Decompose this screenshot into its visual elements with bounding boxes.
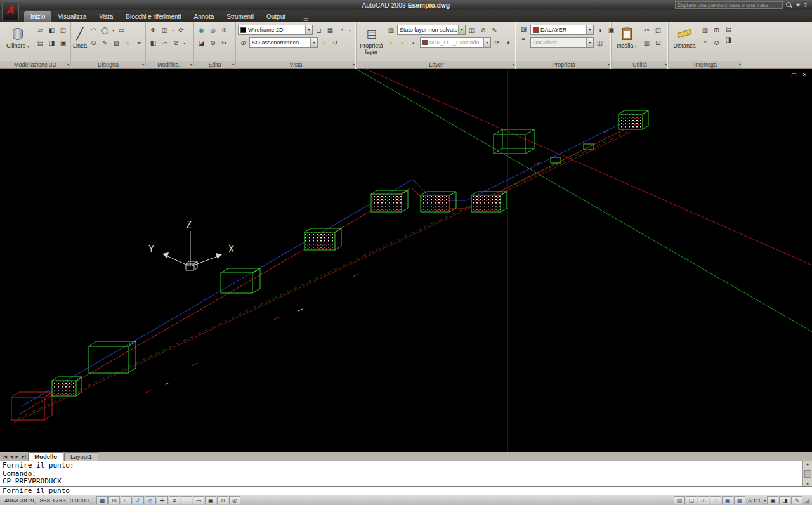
zoom-icon[interactable]: ⊕ bbox=[238, 38, 249, 48]
distanza-button[interactable]: Distanza bbox=[671, 24, 698, 60]
help-search-input[interactable] bbox=[675, 1, 783, 9]
circle-icon[interactable]: ◯ bbox=[100, 25, 110, 35]
cut-icon[interactable]: ✂ bbox=[641, 25, 652, 35]
dyn-toggle[interactable]: — bbox=[181, 496, 192, 504]
paste-special-icon[interactable]: ▥ bbox=[641, 38, 652, 48]
tab-strumenti[interactable]: Strumenti bbox=[220, 11, 260, 22]
named-views-icon[interactable]: ▦ bbox=[325, 25, 336, 35]
linea-button[interactable]: ╱ Linea bbox=[73, 24, 87, 60]
annotation-scale-label[interactable]: A 1:1 bbox=[746, 497, 763, 504]
panel-label-proprieta[interactable]: Proprietà▾ bbox=[516, 61, 611, 69]
copy-clip-icon[interactable]: ◫ bbox=[653, 25, 664, 35]
chevron-down-icon[interactable]: ▾ bbox=[763, 498, 767, 502]
region-props-icon[interactable]: ◨ bbox=[723, 35, 734, 44]
erase-icon[interactable]: ⊘ bbox=[171, 38, 181, 48]
point-icon[interactable]: ⊙ bbox=[88, 38, 99, 48]
mirror-icon[interactable]: ◧ bbox=[148, 38, 159, 48]
next-tab-button[interactable]: ▶ bbox=[15, 452, 20, 461]
panel-label-modifica[interactable]: Modifica..▾ bbox=[146, 61, 193, 69]
linetype-icon[interactable]: ◫ bbox=[594, 38, 605, 48]
chevron-down-icon[interactable]: ▾ bbox=[348, 28, 352, 32]
match-properties-icon[interactable]: ▨ bbox=[518, 24, 529, 34]
calculator-icon[interactable]: ⊞ bbox=[653, 38, 664, 48]
viewport-icon[interactable]: ◻ bbox=[313, 25, 324, 35]
mass-properties-icon[interactable]: ▤ bbox=[723, 24, 734, 34]
command-prompt[interactable]: Fornire il punto bbox=[0, 487, 812, 495]
osnap-toggle[interactable]: ◇ bbox=[145, 496, 156, 504]
chevron-down-icon[interactable]: ▾ bbox=[171, 28, 175, 32]
tab-annota[interactable]: Annota bbox=[188, 11, 221, 22]
layer-properties-button[interactable]: ▤ Proprietà layer bbox=[358, 24, 384, 60]
layout-button[interactable]: ◱ bbox=[686, 496, 697, 504]
list-icon[interactable]: ≡ bbox=[700, 38, 710, 48]
layer-previous-icon[interactable]: ⟳ bbox=[492, 38, 502, 48]
tab-modello[interactable]: Modello bbox=[28, 452, 63, 461]
hatch-icon[interactable]: ▨ bbox=[111, 38, 122, 48]
ortho-toggle[interactable]: ∟ bbox=[121, 496, 132, 504]
subtract-icon[interactable]: ▣ bbox=[58, 38, 69, 48]
chevron-down-icon[interactable]: ▾ bbox=[586, 38, 593, 47]
drawing-viewport[interactable]: — ▢ ✕ bbox=[0, 69, 812, 452]
layer-match-icon[interactable]: ◫ bbox=[466, 25, 477, 35]
chevron-down-icon[interactable]: ▾ bbox=[310, 38, 317, 47]
blend-icon[interactable]: ◎ bbox=[207, 25, 218, 35]
box-icon[interactable]: ▱ bbox=[35, 25, 46, 35]
panel-label-layer[interactable]: Layer▾ bbox=[357, 61, 516, 69]
polar-toggle[interactable]: ∠ bbox=[133, 496, 144, 504]
layer-off-icon[interactable]: ⊘ bbox=[478, 25, 488, 35]
command-window[interactable]: Fornire il punto: Comando: CP_PREVPRODUC… bbox=[0, 461, 812, 495]
layer-freeze-icon[interactable]: ● bbox=[397, 38, 408, 48]
toolbar-lock-icon[interactable]: ▣ bbox=[767, 496, 778, 504]
help-icon[interactable]: ? bbox=[804, 2, 807, 8]
layer-on-icon[interactable]: ● bbox=[386, 38, 396, 48]
tab-inizio[interactable]: Inizio bbox=[24, 11, 51, 22]
pan-button[interactable]: ▣ bbox=[722, 496, 733, 504]
grid-toggle[interactable]: ⊞ bbox=[108, 496, 120, 504]
object-color-dropdown[interactable]: DALAYER ▾ bbox=[530, 25, 594, 35]
chevron-down-icon[interactable]: ▾ bbox=[586, 25, 593, 34]
panel-label-disegna[interactable]: Disegna▾ bbox=[71, 61, 145, 69]
volume-icon[interactable]: ⊞ bbox=[711, 25, 722, 35]
navigation-wheel-icon[interactable]: ◔ bbox=[336, 25, 347, 35]
chevron-down-icon[interactable]: ▾ bbox=[111, 28, 115, 32]
tab-blocchi-e-riferimenti[interactable]: Blocchi e riferimenti bbox=[119, 11, 187, 22]
area-icon[interactable]: ▥ bbox=[700, 25, 710, 35]
panel-label-edita[interactable]: Edita▾ bbox=[194, 61, 235, 69]
search-icon[interactable] bbox=[786, 2, 792, 8]
chevron-down-icon[interactable]: ▾ bbox=[305, 25, 312, 34]
model-space-button[interactable]: ▤ bbox=[674, 496, 685, 504]
layer-edit-icon[interactable]: ✎ bbox=[489, 25, 500, 35]
layer-lock-icon[interactable]: ◐ bbox=[409, 38, 419, 48]
layer-isolate-icon[interactable]: ✦ bbox=[503, 38, 514, 48]
extrude-icon[interactable]: ◫ bbox=[58, 25, 69, 35]
view-preset-dropdown[interactable]: SO assonometrico ▾ bbox=[249, 37, 318, 48]
region-icon[interactable]: ◌ bbox=[122, 38, 133, 48]
ducs-toggle[interactable]: ≡ bbox=[169, 496, 180, 504]
viewport-restore-button[interactable]: ▢ bbox=[791, 72, 797, 78]
fillet-icon[interactable]: ◉ bbox=[196, 25, 207, 35]
viewport-close-button[interactable]: ✕ bbox=[802, 72, 807, 78]
rectangle-icon[interactable]: ▭ bbox=[116, 25, 127, 35]
rotate-icon[interactable]: ⟳ bbox=[176, 25, 187, 35]
delete-face-icon[interactable]: ⊘ bbox=[207, 38, 218, 48]
tab-vista[interactable]: Vista bbox=[93, 11, 119, 22]
layer-state-icon[interactable]: ▥ bbox=[386, 25, 396, 35]
scroll-up-icon[interactable]: ▲ bbox=[806, 461, 809, 466]
id-point-icon[interactable]: ⊙ bbox=[711, 38, 722, 48]
snap-toggle[interactable]: ▦ bbox=[96, 496, 108, 504]
properties-list-icon[interactable]: ≡ bbox=[518, 35, 529, 44]
annotation-toggle[interactable]: ◎ bbox=[229, 496, 240, 504]
coordinates-readout[interactable]: 4063.3819, -858.1783, 0.0000 bbox=[1, 497, 96, 504]
panel-label-vista[interactable]: Vista▾ bbox=[236, 61, 356, 69]
tab-visualizza[interactable]: Visualizza bbox=[51, 11, 93, 22]
autocad-logo-icon[interactable]: A bbox=[2, 1, 19, 20]
communication-center-icon[interactable]: ▭ bbox=[301, 16, 311, 22]
chevron-down-icon[interactable]: ▾ bbox=[483, 38, 490, 47]
otrack-toggle[interactable]: ✛ bbox=[157, 496, 168, 504]
move-icon[interactable]: ✜ bbox=[148, 25, 159, 35]
incolla-button[interactable]: Incolla ▾ bbox=[613, 24, 640, 60]
favorites-icon[interactable]: ★ bbox=[796, 2, 801, 8]
last-tab-button[interactable]: ▶| bbox=[20, 452, 27, 461]
command-history[interactable]: Fornire il punto: Comando: CP_PREVPRODUC… bbox=[0, 461, 812, 486]
scroll-thumb[interactable] bbox=[804, 470, 811, 478]
